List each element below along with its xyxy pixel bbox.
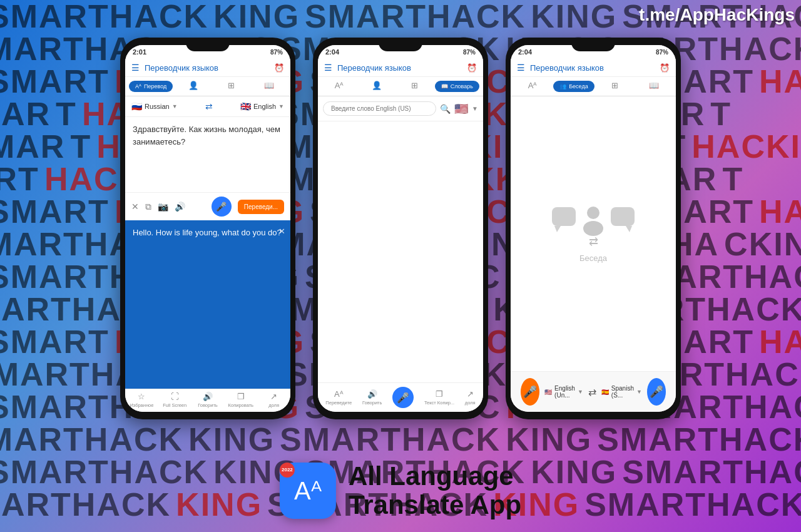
mic-btn-1[interactable]: 🎤	[212, 197, 232, 217]
nav-speak[interactable]: 🔊 Говорить	[191, 392, 225, 408]
tab-2-translate[interactable]: Аᴬ	[320, 77, 358, 96]
speaker-action-icon[interactable]: 🔊	[175, 202, 185, 212]
tab-2-people[interactable]: 👤	[358, 77, 395, 96]
tab-1-translate[interactable]: Аᴬ Перевод	[128, 77, 174, 96]
phone-2-header: ☰ Переводчик языков ⏰	[318, 59, 483, 77]
dict-mic-btn[interactable]: 🎤	[392, 387, 414, 408]
nav-fullscreen[interactable]: ⛶ Full Screen	[158, 392, 191, 408]
phone-1-tabs: Аᴬ Перевод 👤 ⊞ 📖	[125, 77, 290, 96]
phone-2-dict-search: 🔍 🇺🇸 ▼	[318, 96, 483, 121]
phone-2-bottom-actions: Аᴬ Переведите 🔊 Говорить 🎤 ❐ Текст Копир…	[318, 382, 483, 412]
from-lang-name: Russian	[145, 103, 170, 110]
svg-rect-4	[611, 207, 635, 226]
copy-nav-icon: ❐	[237, 392, 245, 401]
svg-marker-1	[554, 226, 561, 232]
translation-text-1: Hello. How is life young, what do you do…	[133, 228, 282, 237]
tab-1-grid[interactable]: ⊞	[212, 77, 250, 96]
conv-icon-right-wrap	[608, 206, 636, 236]
phone-2: 2:04 87% ☰ Переводчик языков ⏰ Аᴬ 👤 ⊞	[313, 38, 488, 419]
copy-action-icon[interactable]: ⧉	[145, 202, 151, 212]
menu-icon-2[interactable]: ☰	[324, 63, 332, 73]
phone-1-notch	[186, 38, 230, 51]
tab-3-grid[interactable]: ⊞	[596, 77, 635, 96]
phone-3-time: 2:04	[518, 48, 532, 56]
phone-1-battery: 87%	[270, 49, 283, 56]
menu-icon-3[interactable]: ☰	[517, 63, 525, 73]
app-name-block: All Language Translate App	[349, 462, 521, 519]
phone-2-dict-content	[318, 121, 483, 382]
from-lang-btn[interactable]: 🇷🇺 Russian ▼	[131, 101, 178, 111]
conv-lang-left[interactable]: 🇺🇸 English (Un... ▼	[544, 385, 583, 399]
svg-rect-0	[552, 207, 576, 226]
favorites-label: Избранное	[130, 402, 153, 408]
grid-icon-2: ⊞	[411, 81, 418, 90]
conv-mic-orange[interactable]: 🎤	[521, 378, 539, 406]
menu-icon-1[interactable]: ☰	[131, 63, 140, 73]
copy-nav-label: Копировать	[228, 402, 253, 408]
from-lang-arrow: ▼	[172, 103, 178, 110]
app-title-2: Переводчик языков	[337, 63, 462, 73]
phone-3-tabs: Аᴬ 👥 Беседа ⊞ 📖	[511, 77, 676, 96]
phone-2-screen: 2:04 87% ☰ Переводчик языков ⏰ Аᴬ 👤 ⊞	[318, 45, 483, 412]
dict-action-speak[interactable]: 🔊 Говорить	[362, 389, 382, 406]
clock-icon-2[interactable]: ⏰	[467, 63, 477, 73]
translate-label: Перевод	[144, 83, 166, 90]
conv-tab-label: Беседа	[569, 83, 588, 90]
phone-1-time: 2:01	[133, 48, 146, 56]
dict-action-translate[interactable]: Аᴬ Переведите	[325, 389, 352, 406]
dict-action-copy[interactable]: ❐ Текст Копир...	[424, 389, 454, 406]
translate-btn-1[interactable]: Переведи...	[238, 200, 284, 214]
phone-1-text-area[interactable]: Здравствуйте. Как жизнь молодая, чем зан…	[125, 117, 290, 192]
phone-2-time: 2:04	[325, 48, 339, 56]
dict-mic-center[interactable]: 🎤	[392, 387, 414, 408]
tab-3-translate[interactable]: Аᴬ	[513, 77, 552, 96]
conv-mic-blue[interactable]: 🎤	[647, 378, 666, 406]
phone-3-conv-bottom: 🎤 🇺🇸 English (Un... ▼ ⇄ 🇪🇸 Spanish (S...…	[511, 371, 676, 412]
close-action-icon[interactable]: ✕	[131, 202, 139, 212]
conv-icons-group	[551, 205, 636, 236]
phone-1-header: ☰ Переводчик языков ⏰	[125, 59, 290, 77]
tab-3-book[interactable]: 📖	[635, 77, 673, 96]
dict-share-label: доля	[465, 400, 476, 406]
person-icon	[582, 205, 605, 236]
book-icon-1: 📖	[264, 81, 274, 90]
nav-favorites[interactable]: ☆ Избранное	[125, 392, 158, 408]
clock-icon-3[interactable]: ⏰	[660, 63, 670, 73]
speak-icon: 🔊	[203, 392, 213, 401]
tab-1-book[interactable]: 📖	[250, 77, 288, 96]
swap-icon-1[interactable]: ⇄	[181, 101, 237, 111]
camera-action-icon[interactable]: 📷	[158, 202, 168, 212]
nav-share[interactable]: ↗ доля	[257, 392, 290, 408]
fullscreen-label: Full Screen	[163, 402, 186, 408]
tab-2-dictionary[interactable]: 📖 Словарь	[434, 77, 481, 96]
chat-bubble-left-icon	[551, 206, 578, 233]
phone-3-battery: 87%	[656, 49, 668, 56]
conv-lang-right[interactable]: 🇪🇸 Spanish (S... ▼	[601, 385, 642, 399]
to-lang-btn[interactable]: 🇬🇧 English ▼	[240, 101, 284, 111]
app-title-3: Переводчик языков	[530, 63, 655, 73]
tab-2-grid[interactable]: ⊞	[396, 77, 434, 96]
conv-person-icon	[582, 205, 605, 236]
conv-lang1-arrow: ▼	[578, 389, 583, 395]
dict-dropdown-arrow[interactable]: ▼	[472, 105, 478, 112]
tab-3-conversation[interactable]: 👥 Беседа	[552, 77, 595, 96]
translation-close-1[interactable]: ✕	[278, 225, 285, 238]
clock-icon-1[interactable]: ⏰	[274, 63, 284, 73]
tab-1-people[interactable]: 👤	[174, 77, 212, 96]
phone-1-screen: 2:01 87% ☰ Переводчик языков ⏰ Аᴬ Перево…	[125, 45, 290, 412]
people-icon-1: 👤	[188, 81, 198, 90]
conv-lang2-flag: 🇪🇸	[601, 389, 609, 396]
to-lang-name: English	[253, 103, 276, 110]
search-icon-2[interactable]: 🔍	[440, 104, 451, 114]
phone-3: 2:04 87% ☰ Переводчик языков ⏰ Аᴬ 👥 Бесе…	[506, 38, 681, 419]
to-flag: 🇬🇧	[240, 101, 251, 111]
conv-swap-icon[interactable]: ⇄	[588, 386, 596, 398]
conv-empty-label: Беседа	[579, 253, 607, 263]
favorites-icon: ☆	[138, 392, 145, 401]
dict-search-input[interactable]	[323, 101, 436, 116]
bottom-branding: 2022 Аᴬ All Language Translate App	[280, 462, 521, 519]
dict-action-share[interactable]: ↗ доля	[465, 389, 476, 406]
phone-3-notch	[571, 38, 615, 51]
nav-copy[interactable]: ❐ Копировать	[224, 392, 257, 408]
fullscreen-icon: ⛶	[171, 392, 179, 401]
